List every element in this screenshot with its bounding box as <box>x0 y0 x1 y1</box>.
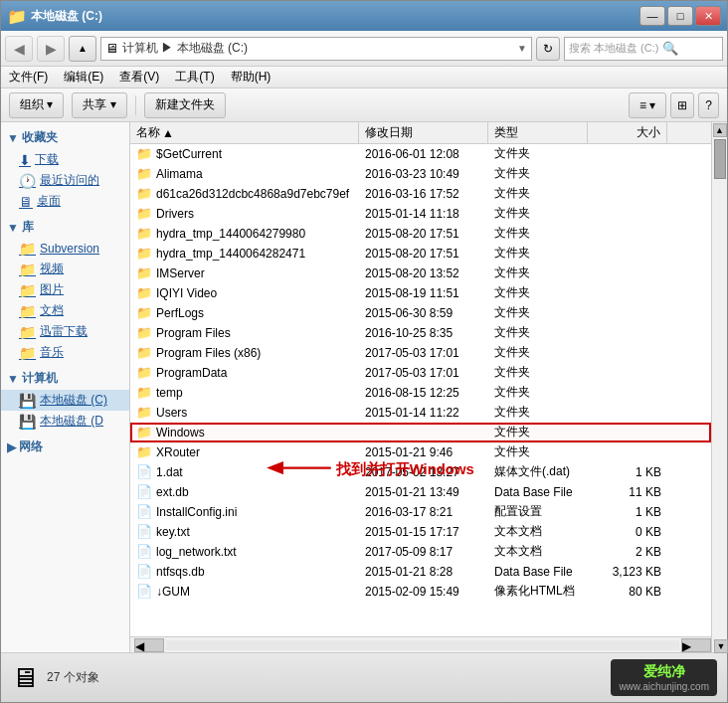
help-button[interactable]: ? <box>698 92 719 118</box>
col-header-size[interactable]: 大小 <box>588 122 667 143</box>
table-row[interactable]: 📄 ntfsqs.db 2015-01-21 8:28 Data Base Fi… <box>130 562 711 582</box>
file-size-cell <box>588 272 667 274</box>
file-size-cell <box>588 432 667 434</box>
file-date-cell <box>359 432 488 434</box>
maximize-button[interactable]: □ <box>667 6 693 26</box>
table-row[interactable]: 📄 log_network.txt 2017-05-09 8:17 文本文档 2… <box>130 542 711 562</box>
close-button[interactable]: ✕ <box>695 6 721 26</box>
address-dropdown-icon[interactable]: ▼ <box>517 43 527 54</box>
table-row[interactable]: 📁 PerfLogs 2015-06-30 8:59 文件夹 <box>130 303 711 323</box>
organize-button[interactable]: 组织 ▾ <box>9 92 64 118</box>
table-row[interactable]: 📁 Users 2015-01-14 11:22 文件夹 <box>130 403 711 423</box>
sidebar-item-recent[interactable]: 🕐 最近访问的 <box>1 170 129 191</box>
computer-header[interactable]: ▼ 计算机 <box>1 367 129 390</box>
table-row[interactable]: 📄 ↓GUM 2015-02-09 15:49 像素化HTML档 80 KB <box>130 582 711 602</box>
toolbar-views: ≡ ▾ ⊞ ? <box>629 92 719 118</box>
menu-edit[interactable]: 编辑(E) <box>64 69 103 86</box>
favorites-header[interactable]: ▼ 收藏夹 <box>1 126 129 149</box>
table-row[interactable]: 📁 Drivers 2015-01-14 11:18 文件夹 <box>130 204 711 224</box>
file-name-text: Drivers <box>156 207 194 221</box>
sidebar-item-music[interactable]: 📁 音乐 <box>1 342 129 363</box>
title-bar-left: 📁 本地磁盘 (C:) <box>7 7 102 26</box>
minimize-button[interactable]: — <box>639 6 665 26</box>
vertical-scrollbar[interactable]: ▲ ▼ <box>711 122 727 652</box>
new-folder-button[interactable]: 新建文件夹 <box>144 92 226 118</box>
network-header[interactable]: ▶ 网络 <box>1 436 129 458</box>
table-row[interactable]: 📁 Program Files 2016-10-25 8:35 文件夹 <box>130 323 711 343</box>
table-row[interactable]: 📁 Program Files (x86) 2017-05-03 17:01 文… <box>130 343 711 363</box>
file-name-cell: 📄 1.dat <box>130 463 359 480</box>
file-name-cell: 📁 Drivers <box>130 205 359 222</box>
col-header-name[interactable]: 名称 ▲ <box>130 122 359 143</box>
favorites-label: 收藏夹 <box>22 129 58 146</box>
view-tile-button[interactable]: ⊞ <box>670 92 694 118</box>
menu-view[interactable]: 查看(V) <box>119 69 159 86</box>
table-row[interactable]: 📄 InstallConfig.ini 2016-03-17 8:21 配置设置… <box>130 502 711 522</box>
col-header-date[interactable]: 修改日期 <box>359 122 488 143</box>
table-row[interactable]: 📁 hydra_tmp_1440064282471 2015-08-20 17:… <box>130 244 711 264</box>
file-name-cell: 📁 temp <box>130 384 359 401</box>
sidebar-item-d-drive[interactable]: 💾 本地磁盘 (D <box>1 411 129 432</box>
search-icon[interactable]: 🔍 <box>662 41 678 56</box>
vscroll-up[interactable]: ▲ <box>713 123 727 137</box>
horizontal-scrollbar[interactable]: ◀ ▶ <box>130 636 711 652</box>
libraries-header[interactable]: ▼ 库 <box>1 216 129 239</box>
file-name-cell: 📁 PerfLogs <box>130 304 359 321</box>
file-icon: 📄 <box>136 584 152 599</box>
computer-label: 计算机 <box>22 370 58 387</box>
file-date-cell: 2017-05-09 8:17 <box>359 544 488 560</box>
table-row[interactable]: 📁 IQIYI Video 2015-08-19 11:51 文件夹 <box>130 283 711 303</box>
search-bar[interactable]: 搜索 本地磁盘 (C:) 🔍 <box>564 37 723 61</box>
col-header-type[interactable]: 类型 <box>488 122 588 143</box>
sidebar-item-video[interactable]: 📁 视频 <box>1 259 129 279</box>
folder-icon: 📁 <box>136 226 152 241</box>
sidebar-item-desktop[interactable]: 🖥 桌面 <box>1 191 129 212</box>
vscroll-thumb[interactable] <box>714 139 726 179</box>
file-name-text: ntfsqs.db <box>156 565 205 579</box>
forward-button[interactable]: ▶ <box>37 36 65 62</box>
table-row[interactable]: 📁 ProgramData 2017-05-03 17:01 文件夹 <box>130 363 711 383</box>
table-row[interactable]: 📁 XRouter 2015-01-21 9:46 文件夹 <box>130 442 711 462</box>
table-row[interactable]: 📄 1.dat 2017-05-02 13:27 媒体文件(.dat) 1 KB <box>130 462 711 482</box>
table-row[interactable]: 📄 ext.db 2015-01-21 13:49 Data Base File… <box>130 482 711 502</box>
up-button[interactable]: ▲ <box>69 36 96 62</box>
watermark-badge: 爱纯净 www.aichunjing.com <box>611 659 717 696</box>
table-row[interactable]: 📁 $GetCurrent 2016-06-01 12:08 文件夹 <box>130 144 711 164</box>
refresh-button[interactable]: ↻ <box>536 37 560 61</box>
sidebar-item-documents[interactable]: 📁 文档 <box>1 300 129 321</box>
address-bar[interactable]: 🖥 计算机 ▶ 本地磁盘 (C:) ▼ <box>100 37 532 61</box>
file-icon: 📄 <box>136 524 152 539</box>
hscroll-left[interactable]: ◀ <box>134 638 164 652</box>
table-row[interactable]: 📁 Alimama 2016-03-23 10:49 文件夹 <box>130 164 711 184</box>
table-row[interactable]: 📁 temp 2016-08-15 12:25 文件夹 <box>130 383 711 403</box>
table-row[interactable]: 📁 IMServer 2015-08-20 13:52 文件夹 <box>130 264 711 283</box>
file-name-cell: 📁 Alimama <box>130 165 359 182</box>
vscroll-down[interactable]: ▼ <box>714 639 727 652</box>
table-row[interactable]: 📄 key.txt 2015-01-15 17:17 文本文档 0 KB <box>130 522 711 542</box>
sidebar-item-thunder[interactable]: 📁 迅雷下载 <box>1 321 129 342</box>
file-date-cell: 2017-05-03 17:01 <box>359 365 488 381</box>
table-row[interactable]: 📁 d61ca26d312dcbc4868a9d7ebc79ef 2016-03… <box>130 184 711 204</box>
file-type-cell: 文件夹 <box>488 184 588 203</box>
hscroll-track[interactable] <box>166 640 679 650</box>
sidebar-item-pictures[interactable]: 📁 图片 <box>1 279 129 300</box>
share-button[interactable]: 共享 ▾ <box>72 92 126 118</box>
file-name-text: Users <box>156 406 187 420</box>
network-section: ▶ 网络 <box>1 436 129 458</box>
folder-icon: 📁 <box>136 425 152 439</box>
view-button[interactable]: ≡ ▾ <box>629 92 666 118</box>
menu-tools[interactable]: 工具(T) <box>175 69 214 86</box>
sidebar-item-subversion[interactable]: 📁 Subversion <box>1 239 129 259</box>
file-type-cell: 文件夹 <box>488 442 588 461</box>
sidebar-item-c-drive[interactable]: 💾 本地磁盘 (C) <box>1 390 129 411</box>
menu-help[interactable]: 帮助(H) <box>231 69 272 86</box>
menu-file[interactable]: 文件(F) <box>9 69 48 86</box>
file-date-cell: 2015-01-21 13:49 <box>359 484 488 500</box>
table-row[interactable]: 📁 hydra_tmp_1440064279980 2015-08-20 17:… <box>130 224 711 244</box>
recent-icon: 🕐 <box>19 173 36 189</box>
file-type-cell: 文件夹 <box>488 383 588 402</box>
sidebar-item-downloads[interactable]: ⬇ 下载 <box>1 149 129 170</box>
hscroll-right[interactable]: ▶ <box>681 638 711 652</box>
back-button[interactable]: ◀ <box>5 36 33 62</box>
table-row[interactable]: 📁 Windows 文件夹 <box>130 423 711 442</box>
